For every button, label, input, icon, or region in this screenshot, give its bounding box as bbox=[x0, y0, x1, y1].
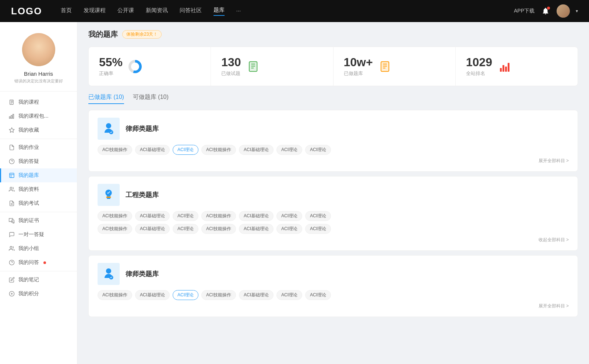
avatar bbox=[22, 33, 55, 66]
bank-title-lawyer1: 律师类题库 bbox=[126, 124, 159, 133]
svg-marker-7 bbox=[9, 128, 14, 132]
tag[interactable]: ACI基础理论 bbox=[135, 290, 170, 300]
tag[interactable]: ACI理论 bbox=[173, 224, 198, 234]
page-header: 我的题库 体验剩余23天！ bbox=[88, 29, 578, 39]
svg-point-17 bbox=[10, 246, 12, 248]
tag[interactable]: ACI技能操作 bbox=[98, 145, 132, 155]
tag[interactable]: ACI技能操作 bbox=[201, 145, 236, 155]
tabs-row: 已做题库 (10) 可做题库 (10) bbox=[88, 93, 578, 104]
bank-expand-lawyer1[interactable]: 展开全部科目 > bbox=[98, 158, 569, 164]
sidebar-item-favorites[interactable]: 我的收藏 bbox=[0, 123, 77, 137]
menu-label: 我的资料 bbox=[18, 186, 39, 193]
tag[interactable]: ACI理论 bbox=[173, 211, 198, 221]
sidebar-item-cert[interactable]: 我的证书 bbox=[0, 214, 77, 228]
svg-rect-35 bbox=[106, 197, 111, 198]
avatar-image bbox=[22, 33, 55, 66]
avatar-image bbox=[557, 4, 570, 18]
page-title: 我的题库 bbox=[88, 29, 118, 39]
tag[interactable]: ACI基础理论 bbox=[239, 290, 274, 300]
lawyer-icon-2 bbox=[98, 263, 120, 285]
bank-expand-lawyer2[interactable]: 展开全部科目 > bbox=[98, 303, 569, 309]
notification-bell[interactable] bbox=[540, 6, 551, 16]
tag[interactable]: ACI基础理论 bbox=[239, 224, 274, 234]
user-menu-chevron[interactable]: ▾ bbox=[576, 8, 578, 14]
navbar: LOGO 首页 发现课程 公开课 新闻资讯 问答社区 题库 ··· APP下载 … bbox=[0, 0, 589, 22]
tag[interactable]: ACI理论 bbox=[276, 224, 302, 234]
question-icon bbox=[9, 158, 15, 164]
logo: LOGO bbox=[11, 6, 42, 17]
profile-motto: 错误的决定比没有决定要好 bbox=[14, 78, 63, 84]
tag[interactable]: ACI理论 bbox=[276, 211, 302, 221]
tab-done-banks[interactable]: 已做题库 (10) bbox=[88, 93, 124, 104]
sidebar-item-answer[interactable]: 我的问答 bbox=[0, 256, 77, 270]
bank-icon bbox=[9, 172, 15, 178]
tag[interactable]: ACI技能操作 bbox=[201, 211, 236, 221]
nav-discover[interactable]: 发现课程 bbox=[84, 7, 106, 15]
nav-opencourse[interactable]: 公开课 bbox=[117, 7, 134, 15]
tag[interactable]: ACI理论 bbox=[305, 224, 331, 234]
tag[interactable]: ACI理论 bbox=[276, 145, 302, 155]
sidebar-item-group[interactable]: 我的小组 bbox=[0, 242, 77, 256]
sidebar-item-mybank[interactable]: 我的题库 bbox=[0, 168, 77, 182]
stat-value-done-q: 130 bbox=[221, 56, 241, 69]
donut-inner bbox=[131, 63, 139, 71]
sidebar-item-mycourse[interactable]: 我的课程 bbox=[0, 95, 77, 109]
sidebar-item-exam[interactable]: 我的考试 bbox=[0, 196, 77, 210]
bank-section-lawyer2: 律师类题库 ACI技能操作 ACI基础理论 ACI理论 ACI技能操作 ACI基… bbox=[88, 255, 578, 317]
app-download-link[interactable]: APP下载 bbox=[514, 8, 535, 14]
nav-news[interactable]: 新闻资讯 bbox=[146, 7, 168, 15]
tag[interactable]: ACI理论 bbox=[305, 290, 331, 300]
tag[interactable]: ACI基础理论 bbox=[135, 211, 170, 221]
nav-home[interactable]: 首页 bbox=[61, 7, 72, 15]
tag[interactable]: ACI基础理论 bbox=[239, 145, 274, 155]
sidebar-item-points[interactable]: 我的积分 bbox=[0, 287, 77, 301]
stat-done-banks: 10w+ 已做题库 bbox=[334, 47, 456, 86]
sidebar-item-notes[interactable]: 我的笔记 bbox=[0, 273, 77, 287]
qa-icon bbox=[9, 232, 15, 238]
nav-more[interactable]: ··· bbox=[236, 7, 241, 15]
tag[interactable]: ACI技能操作 bbox=[201, 290, 236, 300]
svg-rect-10 bbox=[10, 173, 14, 178]
tag[interactable]: ACI技能操作 bbox=[98, 290, 132, 300]
group-icon bbox=[9, 246, 15, 251]
tag[interactable]: ACI理论 bbox=[305, 211, 331, 221]
nav-bank[interactable]: 题库 bbox=[214, 7, 225, 16]
tags-row-engineer-1: ACI技能操作 ACI基础理论 ACI理论 ACI技能操作 ACI基础理论 AC… bbox=[98, 211, 569, 221]
user-avatar[interactable] bbox=[557, 4, 570, 18]
doc-green-icon bbox=[247, 60, 260, 73]
stat-value-done-b: 10w+ bbox=[344, 56, 373, 69]
stat-label-accuracy: 正确率 bbox=[99, 70, 123, 77]
svg-point-33 bbox=[106, 123, 111, 128]
menu-label: 我的题库 bbox=[18, 172, 39, 179]
lawyer-icon bbox=[98, 118, 120, 140]
svg-rect-6 bbox=[13, 114, 14, 118]
sidebar-item-myqa[interactable]: 我的答疑 bbox=[0, 154, 77, 168]
sidebar-item-myprofile[interactable]: 我的资料 bbox=[0, 182, 77, 196]
tag[interactable]: ACI基础理论 bbox=[135, 224, 170, 234]
tag[interactable]: ACI基础理论 bbox=[239, 211, 274, 221]
stat-accuracy: 55% 正确率 bbox=[89, 47, 211, 86]
tag[interactable]: ACI技能操作 bbox=[98, 211, 132, 221]
tag[interactable]: ACI理论 bbox=[276, 290, 302, 300]
nav-qa[interactable]: 问答社区 bbox=[180, 7, 202, 15]
bank-section-lawyer1: 律师类题库 ACI技能操作 ACI基础理论 ACI理论 ACI技能操作 ACI基… bbox=[88, 110, 578, 172]
svg-point-13 bbox=[10, 187, 12, 189]
file-icon bbox=[9, 99, 15, 105]
menu-label: 我的证书 bbox=[18, 217, 39, 224]
bank-expand-engineer[interactable]: 收起全部科目 > bbox=[98, 237, 569, 243]
sidebar: Brian Harris 错误的决定比没有决定要好 我的课程 我的课程包... bbox=[0, 22, 77, 364]
sidebar-item-1on1[interactable]: 一对一答疑 bbox=[0, 228, 77, 242]
tag[interactable]: ACI技能操作 bbox=[98, 224, 132, 234]
tag[interactable]: ACI基础理论 bbox=[135, 145, 170, 155]
tag[interactable]: ACI技能操作 bbox=[201, 224, 236, 234]
menu-label: 我的收藏 bbox=[18, 127, 39, 133]
tab-available-banks[interactable]: 可做题库 (10) bbox=[133, 93, 169, 104]
sidebar-item-coursepackage[interactable]: 我的课程包... bbox=[0, 109, 77, 123]
tag-active[interactable]: ACI理论 bbox=[173, 145, 198, 155]
stat-label-done-b: 已做题库 bbox=[344, 70, 373, 77]
stat-ranking: 1029 全站排名 bbox=[456, 47, 578, 86]
bar4 bbox=[508, 63, 509, 72]
sidebar-item-homework[interactable]: 我的作业 bbox=[0, 140, 77, 154]
tag-active[interactable]: ACI理论 bbox=[173, 290, 198, 300]
tag[interactable]: ACI理论 bbox=[305, 145, 331, 155]
